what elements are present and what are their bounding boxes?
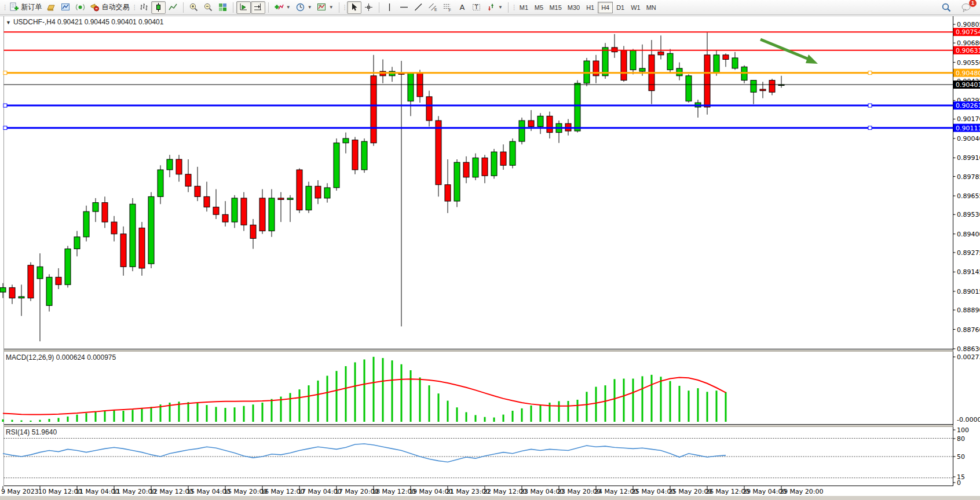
macd-histogram-bar	[253, 404, 254, 422]
bear-candle	[315, 186, 321, 198]
zoom-in-button[interactable]	[187, 1, 201, 14]
macd-histogram-bar	[39, 420, 41, 422]
macd-min-label: -0.000038	[957, 416, 980, 424]
bear-candle	[445, 185, 451, 201]
toolbar-grip[interactable]: ┆	[343, 5, 346, 10]
indicators-button[interactable]: ▼	[272, 1, 293, 14]
search-button[interactable]	[939, 1, 954, 14]
chart-background	[0, 15, 980, 500]
chart-shift-button[interactable]	[251, 1, 265, 14]
equidistant-channel-tool-button[interactable]: E	[426, 1, 440, 14]
signals-button[interactable]	[73, 1, 87, 14]
macd-histogram-bar	[623, 379, 625, 422]
vertical-line-tool-button[interactable]	[382, 1, 397, 14]
macd-histogram-bar	[419, 377, 421, 422]
macd-indicator-label: MACD(12,26,9) 0.000624 0.000975	[6, 353, 116, 362]
toolbar-grip[interactable]: ┆	[133, 5, 135, 10]
macd-histogram-bar	[21, 421, 23, 422]
chat-button[interactable]: 1	[959, 1, 974, 14]
quotes-button[interactable]	[44, 1, 58, 14]
timeframe-button-d1[interactable]: D1	[613, 2, 628, 13]
hline-handle[interactable]	[3, 126, 7, 130]
zoom-out-button[interactable]	[201, 1, 215, 14]
bear-candle	[436, 121, 441, 185]
horizontal-line-tool-button[interactable]	[397, 1, 411, 14]
bull-candle	[46, 277, 52, 305]
timeframe-button-m5[interactable]: M5	[531, 2, 546, 13]
macd-histogram-bar	[67, 417, 69, 422]
price-tick-label: 0.90805	[957, 21, 980, 28]
periods-button[interactable]: ▼	[293, 1, 315, 14]
candlestick-button[interactable]	[151, 1, 166, 14]
hline-handle[interactable]	[3, 71, 7, 75]
chart-canvas[interactable]: 0.908050.906800.905500.904250.902950.901…	[0, 0, 980, 500]
bear-candle	[195, 186, 200, 196]
bear-candle	[120, 234, 126, 267]
macd-histogram-bar	[123, 411, 125, 422]
macd-histogram-bar	[225, 408, 226, 422]
macd-histogram-bar	[354, 362, 356, 422]
line-chart-button[interactable]	[166, 1, 180, 14]
hline-handle[interactable]	[868, 104, 872, 107]
indicators-caret: ▼	[286, 5, 291, 10]
timeframe-button-h1[interactable]: H1	[583, 2, 598, 13]
rsi-indicator-label: RSI(14) 51.9640	[6, 428, 57, 436]
hline-handle[interactable]	[3, 104, 7, 107]
hline-handle[interactable]	[868, 126, 872, 130]
macd-histogram-bar	[521, 408, 523, 422]
bull-candle	[732, 58, 738, 68]
price-tick-label: 0.89910	[957, 154, 980, 162]
bull-candle	[324, 188, 330, 198]
macd-histogram-bar	[49, 419, 50, 422]
timeframe-button-m1[interactable]: M1	[516, 2, 531, 13]
macd-histogram-bar	[2, 419, 4, 422]
cursor-tool-button[interactable]	[347, 1, 361, 14]
chart-window-title[interactable]: ▼USDCHF-,H4 0.90421 0.90445 0.90401 0.90…	[6, 18, 163, 26]
auto-scroll-button[interactable]	[236, 1, 251, 14]
autotrade-icon	[90, 2, 100, 12]
auto-scroll-icon	[239, 2, 248, 12]
text-tool-button[interactable]: A	[455, 1, 469, 14]
rsi-name: RSI(14)	[6, 428, 30, 436]
bear-candle	[297, 170, 302, 210]
timeframe-button-mn[interactable]: MN	[643, 2, 659, 13]
price-badge-label: 0.90754	[956, 28, 980, 36]
templates-button[interactable]: ▼	[315, 1, 336, 14]
macd-histogram-bar	[317, 381, 319, 422]
price-tick-label: 0.90680	[957, 39, 980, 47]
periods-icon	[295, 2, 305, 12]
time-tick-label: 29 May 20:00	[780, 488, 823, 495]
timeframe-button-m30[interactable]: M30	[565, 2, 583, 13]
macd-histogram-bar	[670, 381, 671, 422]
arrows-tool-button[interactable]: ▼	[484, 1, 505, 14]
toolbar-grip[interactable]: ┆	[513, 5, 515, 10]
text-label-tool-button[interactable]: T	[469, 1, 484, 14]
bear-candle	[500, 152, 506, 165]
bear-candle	[760, 89, 766, 91]
autotrade-button[interactable]: 自动交易	[87, 1, 131, 14]
bear-candle	[250, 225, 256, 238]
crosshair-tool-button[interactable]	[361, 1, 376, 14]
timeframe-button-m15[interactable]: M15	[546, 2, 564, 13]
bear-candle	[769, 81, 775, 93]
toolbar-grip[interactable]: ┆	[3, 5, 6, 10]
bull-candle	[130, 204, 136, 267]
bull-candle	[269, 198, 275, 231]
timeframe-button-h4[interactable]: H4	[598, 2, 613, 13]
tile-windows-button[interactable]	[215, 1, 230, 14]
hline-handle[interactable]	[868, 71, 872, 75]
price-tick-label: 0.89275	[957, 249, 980, 257]
bull-candle	[0, 287, 6, 292]
new-order-button[interactable]: 新订单	[7, 1, 44, 14]
fibonacci-tool-button[interactable]: F	[440, 1, 455, 14]
price-badge-label: 0.90261	[956, 102, 980, 110]
macd-histogram-bar	[456, 407, 458, 422]
bull-candle	[454, 162, 460, 201]
trendline-icon	[414, 2, 423, 12]
bar-chart-button[interactable]	[137, 1, 151, 14]
price-tick-label: 0.90550	[957, 59, 980, 67]
new-chart-button[interactable]	[58, 1, 73, 14]
timeframe-button-w1[interactable]: W1	[628, 2, 643, 13]
new-chart-icon	[61, 2, 71, 12]
trendline-tool-button[interactable]	[411, 1, 426, 14]
